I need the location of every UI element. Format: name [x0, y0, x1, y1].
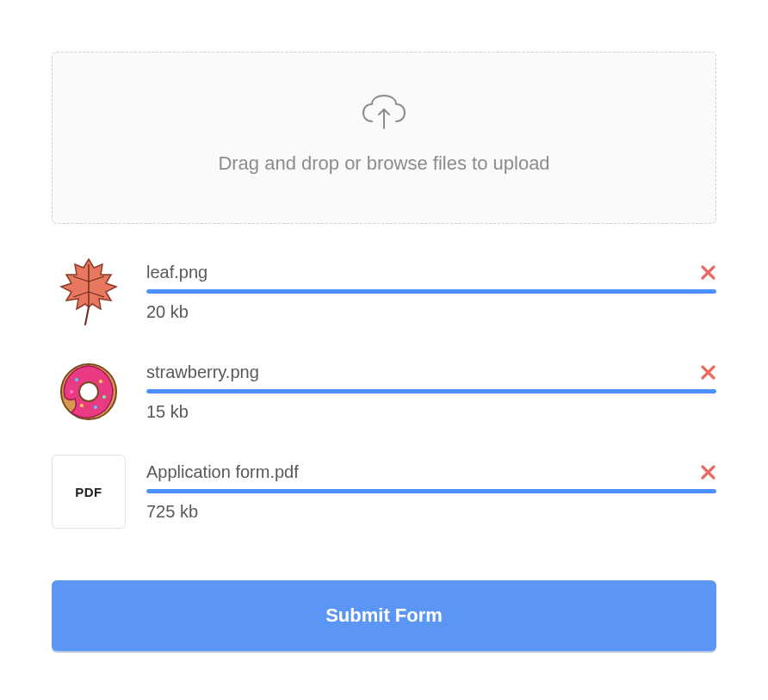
submit-button[interactable]: Submit Form — [52, 580, 716, 651]
leaf-icon — [54, 256, 123, 328]
close-icon — [701, 265, 715, 280]
svg-point-11 — [102, 395, 106, 399]
svg-point-10 — [75, 378, 78, 381]
file-thumbnail — [52, 355, 126, 429]
dropzone[interactable]: Drag and drop or browse files to upload — [52, 52, 716, 224]
file-thumbnail — [52, 255, 126, 329]
file-size: 725 kb — [146, 502, 716, 522]
remove-file-button[interactable] — [699, 263, 716, 281]
close-icon — [701, 365, 715, 380]
file-main: Application form.pdf 725 kb — [146, 462, 716, 522]
progress-track — [146, 489, 716, 493]
svg-point-13 — [94, 406, 97, 409]
file-main: leaf.png 20 kb — [146, 263, 716, 322]
pdf-label: PDF — [75, 485, 102, 499]
file-size: 20 kb — [146, 302, 716, 322]
file-main: strawberry.png 15 kb — [146, 362, 716, 422]
svg-point-9 — [99, 380, 102, 383]
progress-track — [146, 289, 716, 294]
donut-icon — [56, 359, 121, 424]
file-size: 15 kb — [146, 402, 716, 422]
progress-bar — [146, 489, 716, 493]
file-name: Application form.pdf — [146, 462, 299, 482]
file-item: leaf.png 20 kb — [52, 255, 716, 329]
progress-bar — [146, 389, 716, 393]
file-item: strawberry.png 15 kb — [52, 355, 716, 429]
svg-point-14 — [70, 390, 73, 393]
remove-file-button[interactable] — [699, 463, 716, 480]
file-name: strawberry.png — [146, 362, 259, 382]
remove-file-button[interactable] — [699, 363, 716, 381]
progress-track — [146, 389, 716, 393]
file-list: leaf.png 20 kb — [52, 255, 716, 529]
cloud-upload-icon — [360, 94, 408, 135]
close-icon — [701, 465, 715, 480]
upload-panel: Drag and drop or browse files to upload — [52, 52, 716, 651]
progress-bar — [146, 289, 716, 294]
dropzone-text: Drag and drop or browse files to upload — [70, 152, 698, 175]
file-name: leaf.png — [146, 263, 207, 282]
file-thumbnail-pdf: PDF — [52, 455, 126, 529]
file-item: PDF Application form.pdf 725 kb — [52, 455, 716, 529]
svg-point-12 — [80, 404, 84, 407]
